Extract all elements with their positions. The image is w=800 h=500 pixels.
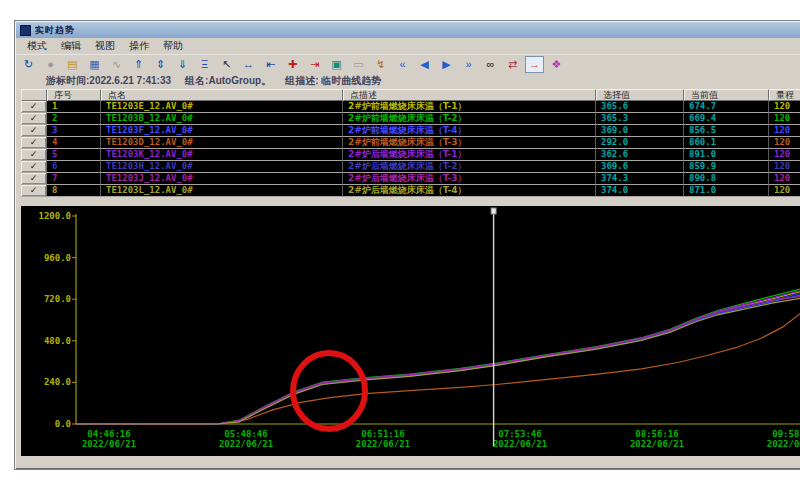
table-row[interactable]: ✓2TE1203B_12.AV_0#2#炉前墙燃烧床床温（T-2）365.366… [21, 113, 800, 125]
column-header-1[interactable]: 序号 [47, 89, 101, 101]
crosshair-icon[interactable]: ✚ [283, 56, 302, 73]
trend-curve [76, 291, 800, 425]
table-row[interactable]: ✓4TE1203D_12.AV_0#2#炉前墙燃烧床床温（T-3）292.086… [21, 137, 800, 149]
selected-value: 374.0 [596, 185, 684, 197]
column-header-6[interactable]: 量程 [769, 89, 800, 101]
point-desc: 2#炉后墙燃烧床床温（T-4） [343, 185, 596, 197]
x-tick-time: 09:58:46 [772, 429, 800, 439]
pointer-icon[interactable]: ↖ [217, 56, 236, 73]
fit-horizontal-icon[interactable]: ↔ [239, 56, 258, 73]
point-name: TE1203F_12.AV_0# [101, 125, 343, 137]
step-forward-icon[interactable]: ▶ [437, 56, 456, 73]
menu-item-0[interactable]: 模式 [20, 39, 54, 53]
row-num: 4 [47, 137, 101, 149]
range-value: 120 [769, 173, 800, 185]
x-tick-date: 2022/06/21 [219, 439, 273, 449]
cursor-page-right-icon[interactable]: ⇥ [305, 56, 324, 73]
grid-view-icon[interactable]: ▦ [85, 56, 104, 73]
row-checkbox[interactable]: ✓ [21, 149, 47, 161]
fit-vertical-icon[interactable]: ⇕ [151, 56, 170, 73]
row-checkbox[interactable]: ✓ [21, 101, 47, 113]
point-desc: 2#炉前墙燃烧床床温（T-2） [343, 113, 596, 125]
compress-vertical-icon[interactable]: Ξ [195, 56, 214, 73]
cursor-page-left-icon[interactable]: ⇤ [261, 56, 280, 73]
table-row[interactable]: ✓6TE1203H_12.AV_0#2#炉后墙燃烧床床温（T-2）369.685… [21, 161, 800, 173]
range-value: 120 [769, 137, 800, 149]
point-desc: 2#炉后墙燃烧床床温（T-2） [343, 161, 596, 173]
copy-icon: ▭ [349, 56, 368, 73]
selected-value: 374.3 [596, 173, 684, 185]
link-cursor-icon[interactable]: ⇄ [503, 56, 522, 73]
fast-backward-icon[interactable]: « [393, 56, 412, 73]
titlebar[interactable]: 实时趋势 [16, 22, 800, 38]
range-value: 120 [769, 101, 800, 113]
column-header-0[interactable] [21, 89, 47, 101]
trend-chart[interactable]: 1200.0960.0720.0480.0240.00.004:46:16202… [21, 206, 800, 456]
shift-down-icon[interactable]: ⇓ [173, 56, 192, 73]
current-value: 669.4 [684, 113, 769, 125]
range-value: 120 [769, 125, 800, 137]
row-num: 5 [47, 149, 101, 161]
point-desc: 2#炉后墙燃烧床床温（T-3） [343, 173, 596, 185]
row-num: 2 [47, 113, 101, 125]
refresh-icon[interactable]: ↻ [19, 56, 38, 73]
app-icon [20, 25, 31, 36]
y-tick-label: 1200.0 [38, 211, 71, 221]
current-value: 860.1 [684, 137, 769, 149]
y-tick-label: 0.0 [55, 419, 71, 429]
current-value: 856.5 [684, 125, 769, 137]
selected-value: 365.6 [596, 101, 684, 113]
range-value: 120 [769, 185, 800, 197]
menu-item-3[interactable]: 操作 [122, 39, 156, 53]
print-icon[interactable]: ❖ [547, 56, 566, 73]
menu-item-1[interactable]: 编辑 [54, 39, 88, 53]
trend-curve [76, 293, 800, 424]
x-tick-time: 07:53:46 [498, 429, 541, 439]
column-header-3[interactable]: 点描述 [343, 89, 596, 101]
point-name: TE1203H_12.AV_0# [101, 161, 343, 173]
zoom-select-icon[interactable]: ▣ [327, 56, 346, 73]
step-backward-icon[interactable]: ◀ [415, 56, 434, 73]
column-header-4[interactable]: 选择值 [596, 89, 684, 101]
table-row[interactable]: ✓5TE1203K_12.AV_0#2#炉后墙燃烧床床温（T-1）362.689… [21, 149, 800, 161]
table-row[interactable]: ✓3TE1203F_12.AV_0#2#炉前墙燃烧床床温（T-4）369.085… [21, 125, 800, 137]
trend-curve [76, 298, 800, 424]
row-checkbox[interactable]: ✓ [21, 137, 47, 149]
table-row[interactable]: ✓8TE1203L_12.AV_0#2#炉后墙燃烧床床温（T-4）374.087… [21, 185, 800, 197]
tools-icon[interactable]: ↯ [371, 56, 390, 73]
menu-item-4[interactable]: 帮助 [156, 39, 190, 53]
export-icon[interactable]: → [525, 56, 544, 73]
row-checkbox[interactable]: ✓ [21, 173, 47, 185]
trend-curve [76, 289, 800, 424]
row-checkbox[interactable]: ✓ [21, 125, 47, 137]
selected-value: 362.6 [596, 149, 684, 161]
x-tick-time: 04:46:16 [87, 429, 130, 439]
range-value: 120 [769, 161, 800, 173]
row-num: 6 [47, 161, 101, 173]
table-row[interactable]: ✓7TE1203J_12.AV_0#2#炉后墙燃烧床床温（T-3）374.389… [21, 173, 800, 185]
x-tick-time: 05:48:46 [224, 429, 267, 439]
row-num: 1 [47, 101, 101, 113]
column-header-5[interactable]: 当前值 [684, 89, 769, 101]
find-icon[interactable]: ∞ [481, 56, 500, 73]
table-header-row: 序号点名点描述选择值当前值量程 [21, 89, 800, 101]
point-name: TE1203L_12.AV_0# [101, 185, 343, 197]
selected-value: 365.3 [596, 113, 684, 125]
trend-curve [76, 291, 800, 424]
cursor-handle[interactable] [491, 208, 496, 214]
fast-forward-icon[interactable]: » [459, 56, 478, 73]
current-value: 891.0 [684, 149, 769, 161]
row-checkbox[interactable]: ✓ [21, 113, 47, 125]
x-tick-date: 2022/06/21 [82, 439, 136, 449]
table-row[interactable]: ✓1TE1203E_12.AV_0#2#炉前墙燃烧床床温（T-1）365.667… [21, 101, 800, 113]
new-window-icon[interactable]: ▤ [63, 56, 82, 73]
shift-up-icon[interactable]: ⇑ [129, 56, 148, 73]
row-checkbox[interactable]: ✓ [21, 161, 47, 173]
column-header-2[interactable]: 点名 [101, 89, 343, 101]
selected-value: 369.0 [596, 125, 684, 137]
point-name: TE1203E_12.AV_0# [101, 101, 343, 113]
current-value: 890.8 [684, 173, 769, 185]
menu-item-2[interactable]: 视图 [88, 39, 122, 53]
row-checkbox[interactable]: ✓ [21, 185, 47, 197]
point-desc: 2#炉前墙燃烧床床温（T-4） [343, 125, 596, 137]
